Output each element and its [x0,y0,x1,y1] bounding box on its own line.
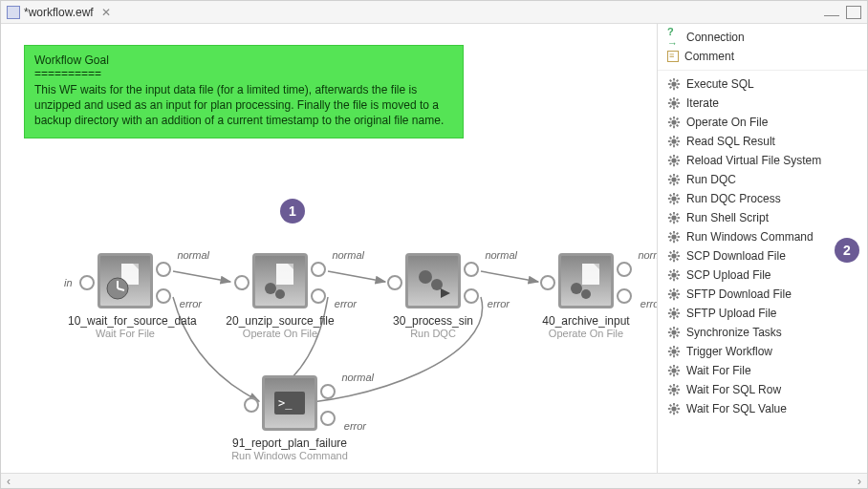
goal-comment[interactable]: Workflow Goal ========== This WF waits f… [24,45,464,138]
node-operate-on-file-2[interactable]: normal error 40_archive_input Operate On… [529,253,643,339]
node-name: 10_wait_for_source_data [68,314,183,328]
palette-task-item[interactable]: Run DQC Process [658,189,867,208]
port-normal[interactable] [464,262,479,277]
svg-line-36 [677,99,679,101]
palette-task-item[interactable]: SFTP Download File [658,285,867,304]
svg-line-70 [677,182,679,184]
scroll-left-icon[interactable]: ‹ [1,475,16,488]
svg-line-123 [670,290,672,292]
palette-task-item[interactable]: Iterate [658,94,867,113]
port-error[interactable] [311,288,326,304]
port-normal[interactable] [617,262,632,277]
palette-task-item[interactable]: Run Shell Script [658,208,867,227]
port-in[interactable] [234,275,250,290]
close-tab-icon[interactable]: ✕ [101,6,111,19]
connection-icon: ?→ [667,31,681,44]
gear-icon [667,249,681,263]
palette-task-item[interactable]: Trigger Workflow [658,342,867,361]
svg-line-80 [670,202,672,203]
svg-point-154 [671,368,676,372]
svg-line-159 [670,367,672,369]
port-error[interactable] [464,288,479,304]
callout-2: 2 [835,238,859,263]
palette-task-item[interactable]: Synchronize Tasks [658,323,867,342]
gear-icon [667,230,681,244]
palette-task-item[interactable]: Reload Virtual File System [658,151,867,170]
palette-task-item[interactable]: Wait For SQL Row [658,380,867,399]
palette-task-item[interactable]: Run DQC [658,170,867,189]
palette-task-item[interactable]: SCP Upload File [658,266,867,285]
port-normal[interactable] [320,384,336,399]
palette-top: ?→ Connection Comment [658,28,867,66]
svg-line-150 [670,348,672,350]
palette-task-item[interactable]: Operate On File [658,113,867,132]
svg-marker-12 [441,288,450,298]
node-operate-on-file-1[interactable]: normal error 20_unzip_source_file Operat… [223,253,337,339]
titlebar: *workflow.ewf ✕ [1,1,867,24]
palette-task-label: Execute SQL [686,77,754,91]
palette-task-item[interactable]: SFTP Upload File [658,304,867,323]
svg-line-71 [670,182,672,184]
port-normal[interactable] [156,262,171,277]
gear-icon [667,96,681,110]
svg-point-172 [671,406,676,411]
svg-line-106 [677,259,679,261]
svg-line-124 [677,297,679,299]
port-in[interactable] [244,397,259,413]
svg-line-98 [670,240,672,242]
palette-task-item[interactable]: Read SQL Result [658,132,867,151]
palette-task-label: Read SQL Result [686,135,775,148]
port-error[interactable] [320,411,336,426]
svg-line-162 [677,367,679,369]
svg-line-25 [677,87,679,89]
callout-1: 1 [280,199,305,223]
svg-line-44 [670,125,672,127]
label-normal: normal [485,249,517,261]
palette-task-label: Wait For SQL Value [686,402,787,415]
port-in[interactable] [79,275,95,290]
gear-icon [667,402,681,415]
svg-line-27 [677,80,679,82]
port-in[interactable] [540,275,555,290]
minimize-button[interactable] [824,9,839,16]
node-wait-for-file[interactable]: in normal error 10_wait_for_source_data … [68,253,183,339]
label-error: error [180,298,202,309]
palette-item-connection[interactable]: ?→ Connection [658,28,867,47]
maximize-button[interactable] [846,6,861,19]
svg-line-177 [670,405,672,407]
palette-task-label: Iterate [686,96,719,110]
comment-icon [667,51,679,62]
svg-line-168 [670,386,672,388]
palette-task-item[interactable]: Wait For File [658,361,867,380]
svg-line-171 [677,386,679,388]
port-error[interactable] [156,288,171,304]
svg-line-108 [677,252,679,254]
palette-task-item[interactable]: Wait For SQL Value [658,399,867,418]
workflow-canvas[interactable]: Workflow Goal ========== This WF waits f… [1,24,657,473]
svg-point-55 [671,158,676,162]
svg-line-79 [677,202,679,203]
scroll-right-icon[interactable]: › [852,475,867,488]
svg-line-96 [670,233,672,235]
svg-point-73 [671,196,676,201]
palette-task-label: SFTP Download File [686,287,792,301]
node-type: Run Windows Command [223,450,357,461]
node-run-windows-command[interactable]: >_ normal error 91_report_plan_failure R… [223,375,357,461]
svg-line-60 [670,157,672,159]
gear-icon [667,192,681,205]
svg-line-114 [670,271,672,273]
palette-item-comment[interactable]: Comment [658,47,867,66]
port-error[interactable] [617,288,632,304]
node-type: Operate On File [223,328,337,339]
node-run-dqc[interactable]: normal error 30_process_sin Run DQC [376,253,490,339]
palette-task-item[interactable]: Execute SQL [658,74,867,94]
svg-line-133 [677,316,679,318]
horizontal-scrollbar[interactable]: ‹ › [1,473,867,488]
node-type: Wait For File [68,328,183,339]
port-normal[interactable] [311,262,326,277]
svg-point-127 [671,310,676,315]
palette-task-label: Run DQC Process [686,192,781,205]
port-in[interactable] [387,275,402,290]
svg-point-163 [671,387,676,392]
gear-icon [667,77,681,91]
